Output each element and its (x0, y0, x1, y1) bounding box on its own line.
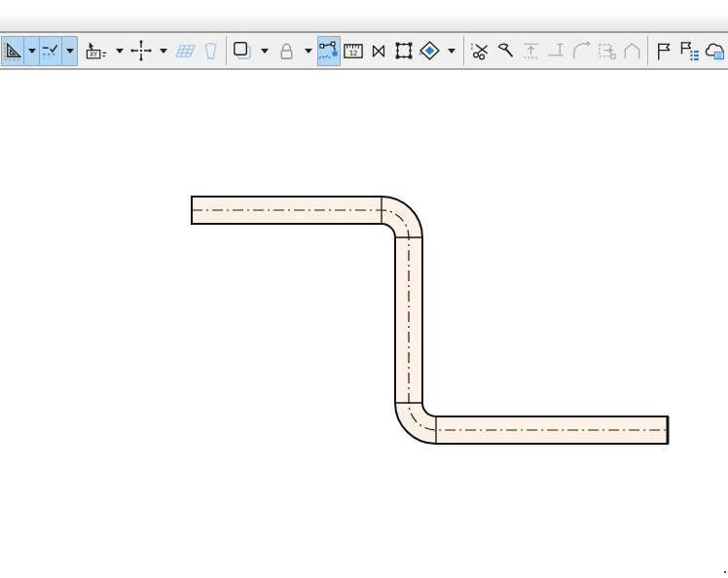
flag-icon (655, 41, 673, 61)
trace-reference-icon (200, 41, 221, 61)
snap-guides-dropdown[interactable] (61, 36, 78, 66)
markup-tools-button[interactable] (677, 36, 701, 66)
guide-lines-icon (3, 41, 23, 61)
cloud-list-icon (704, 41, 726, 61)
window-top-strip (0, 0, 728, 33)
markup-entry-button[interactable] (652, 36, 675, 66)
stretch-button[interactable] (367, 36, 390, 66)
edit-geometry-button[interactable] (317, 36, 341, 66)
move-frame-button (595, 36, 618, 66)
snap-guides-button[interactable] (39, 36, 62, 66)
extend-button (544, 36, 567, 66)
extend-icon (546, 41, 566, 61)
edit-geometry-icon (317, 40, 341, 61)
toolbar-divider (647, 36, 648, 65)
dropdown-arrow-icon (158, 43, 169, 58)
dropdown-arrow-icon (446, 43, 457, 58)
padlock-icon (276, 41, 297, 61)
intersect-icon (622, 41, 642, 61)
snap-points-dropdown[interactable] (155, 36, 171, 66)
resize-button[interactable] (392, 36, 416, 66)
dropdown-arrow-icon (303, 43, 314, 58)
dropdown-arrow-icon (64, 43, 76, 58)
fillet-button (569, 36, 593, 66)
grid-snap-icon (174, 41, 197, 61)
inject-parameters-dropdown[interactable] (443, 36, 459, 66)
split-icon (495, 41, 516, 61)
dropdown-arrow-icon (26, 43, 38, 58)
coordinates-button[interactable]: XY (86, 36, 109, 66)
drawing-canvas[interactable] (0, 70, 728, 576)
fillet-icon (571, 41, 592, 61)
svg-text:12: 12 (349, 49, 358, 57)
toolbar: XY12 (0, 33, 728, 70)
frame-icon (597, 41, 617, 61)
trim-button[interactable] (468, 36, 491, 66)
snap-points-icon (130, 40, 152, 61)
split-button[interactable] (493, 36, 517, 66)
inject-icon (418, 40, 442, 61)
adjust-icon (521, 41, 541, 61)
flag-list-icon (678, 40, 700, 61)
suspend-groups-dropdown[interactable] (300, 36, 316, 66)
inject-parameters-button[interactable] (418, 36, 441, 66)
resize-icon (393, 40, 415, 61)
pipe-centerline (192, 210, 668, 430)
measure-icon: 12 (342, 41, 365, 61)
grid-snap-button (173, 36, 197, 66)
pipe-drawing[interactable] (0, 70, 728, 576)
trace-reference-button (199, 36, 222, 66)
toolbar-divider (463, 36, 464, 65)
suspend-groups-button[interactable] (274, 36, 298, 66)
svg-text:XY: XY (90, 51, 97, 58)
coordinates-dropdown[interactable] (111, 36, 127, 66)
offset-icon (232, 40, 253, 61)
snap-guides-icon (41, 41, 61, 61)
toolbar-divider (226, 36, 227, 65)
measure-button[interactable]: 12 (342, 36, 365, 66)
guide-lines-dropdown[interactable] (23, 36, 40, 66)
snap-points-button[interactable] (129, 36, 153, 66)
adjust-button (519, 36, 542, 66)
offset-button[interactable] (231, 36, 254, 66)
pipe-body (192, 197, 668, 444)
intersect-button (620, 36, 643, 66)
guide-lines-button[interactable] (1, 36, 24, 66)
stray-mark (724, 571, 726, 573)
app-window: XY12 (0, 0, 728, 578)
revision-cloud-button[interactable] (703, 36, 726, 66)
dropdown-arrow-icon (259, 43, 271, 58)
offset-dropdown[interactable] (256, 36, 273, 66)
coordinates-icon: XY (86, 41, 109, 61)
stretch-icon (369, 41, 388, 61)
trim-icon (469, 41, 491, 61)
dropdown-arrow-icon (114, 43, 126, 58)
